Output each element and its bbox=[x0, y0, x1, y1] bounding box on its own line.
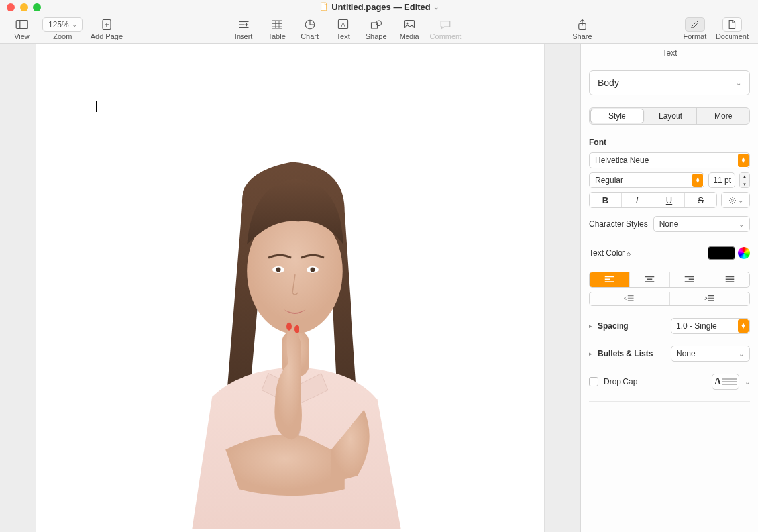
paintbrush-icon bbox=[690, 19, 700, 30]
font-size-value: 11 pt bbox=[709, 176, 735, 185]
table-button[interactable]: Table bbox=[260, 14, 294, 43]
window-controls bbox=[7, 3, 41, 11]
dropdown-stepper-icon: ▲▼ bbox=[738, 154, 749, 167]
svg-point-20 bbox=[406, 23, 408, 25]
underline-button[interactable]: U bbox=[653, 193, 685, 207]
spacing-dropdown[interactable]: 1.0 - Single ▲▼ bbox=[671, 318, 750, 334]
insert-label: Insert bbox=[235, 32, 253, 40]
dropcap-checkbox[interactable] bbox=[589, 377, 598, 386]
view-label: View bbox=[14, 32, 30, 40]
page[interactable] bbox=[36, 44, 544, 532]
disclosure-triangle-icon[interactable]: ▸ bbox=[589, 350, 592, 357]
bullets-dropdown[interactable]: None ⌄ bbox=[671, 346, 750, 362]
chart-label: Chart bbox=[301, 32, 319, 40]
dropdown-stepper-icon: ▲▼ bbox=[738, 319, 749, 333]
shape-label: Shape bbox=[366, 32, 387, 40]
share-button[interactable]: Share bbox=[566, 14, 599, 43]
title-chevron-icon: ⌄ bbox=[433, 3, 439, 11]
svg-point-28 bbox=[310, 268, 315, 272]
font-family-value: Helvetica Neue bbox=[595, 156, 649, 165]
format-button[interactable]: Format bbox=[678, 14, 712, 43]
dropcap-preview-icon: A bbox=[714, 376, 721, 387]
insert-button[interactable]: Insert bbox=[227, 14, 260, 43]
text-style-buttons: B I U S bbox=[589, 192, 717, 208]
text-color-swatch[interactable] bbox=[708, 246, 735, 260]
chart-button[interactable]: Chart bbox=[294, 14, 327, 43]
shape-button[interactable]: Shape bbox=[360, 14, 393, 43]
pages-doc-icon bbox=[319, 2, 329, 11]
italic-button[interactable]: I bbox=[622, 193, 653, 207]
font-size-stepper[interactable]: ▲ ▼ bbox=[739, 172, 750, 188]
text-label: Text bbox=[337, 32, 350, 40]
zoom-label: Zoom bbox=[53, 32, 72, 40]
align-center-button[interactable] bbox=[630, 272, 671, 287]
media-button[interactable]: Media bbox=[393, 14, 426, 43]
document-icon bbox=[728, 19, 736, 30]
inspector-tab-text[interactable]: Text bbox=[581, 44, 758, 62]
text-cursor bbox=[96, 101, 97, 112]
disclosure-triangle-icon[interactable]: ▸ bbox=[589, 323, 592, 329]
font-size-field[interactable]: 11 pt bbox=[708, 172, 735, 188]
chevron-down-icon: ⌄ bbox=[736, 80, 741, 87]
zoom-value: 125% bbox=[48, 20, 69, 29]
zoom-button[interactable]: 125%⌄ Zoom bbox=[38, 14, 87, 43]
divider bbox=[589, 401, 750, 402]
advanced-font-button[interactable]: ⌄ bbox=[721, 192, 750, 208]
character-styles-value: None bbox=[659, 219, 678, 229]
text-button[interactable]: A Text bbox=[327, 14, 360, 43]
svg-point-29 bbox=[286, 323, 292, 331]
doc-name: Untitled.pages — Edited bbox=[331, 2, 431, 12]
document-label: Document bbox=[716, 32, 749, 40]
paragraph-style-dropdown[interactable]: Body ⌄ bbox=[589, 70, 750, 95]
align-justify-button[interactable] bbox=[710, 272, 750, 287]
dropcap-style-dropdown[interactable]: A bbox=[712, 374, 739, 390]
chevron-down-icon: ⌄ bbox=[72, 21, 77, 28]
font-weight-value: Regular bbox=[595, 176, 623, 185]
comment-button[interactable]: Comment bbox=[426, 14, 466, 43]
svg-text:A: A bbox=[341, 21, 346, 28]
titlebar: Untitled.pages — Edited ⌄ bbox=[0, 0, 758, 13]
bullets-value: None bbox=[677, 349, 696, 358]
paragraph-style-value: Body bbox=[598, 78, 619, 88]
dropdown-stepper-icon: ▲▼ bbox=[692, 174, 703, 187]
stepper-up-icon[interactable]: ▲ bbox=[740, 173, 749, 180]
subtab-more[interactable]: More bbox=[697, 108, 749, 124]
font-family-dropdown[interactable]: Helvetica Neue ▲▼ bbox=[589, 152, 750, 168]
document-button[interactable]: Document bbox=[712, 14, 753, 43]
svg-rect-1 bbox=[16, 20, 28, 28]
subtab-layout[interactable]: Layout bbox=[645, 108, 698, 124]
stepper-down-icon[interactable]: ▼ bbox=[740, 180, 749, 187]
chevron-down-icon: ⌄ bbox=[738, 197, 743, 204]
color-wheel-button[interactable] bbox=[738, 247, 750, 259]
text-align-buttons bbox=[589, 272, 750, 288]
font-section-label: Font bbox=[589, 138, 750, 147]
bold-button[interactable]: B bbox=[590, 193, 622, 207]
document-title[interactable]: Untitled.pages — Edited ⌄ bbox=[319, 2, 439, 12]
indent-button[interactable] bbox=[670, 292, 749, 305]
media-label: Media bbox=[400, 32, 419, 40]
bullets-label: Bullets & Lists bbox=[598, 349, 665, 358]
dropcap-label: Drop Cap bbox=[604, 377, 706, 386]
align-right-button[interactable] bbox=[670, 272, 710, 287]
text-color-label[interactable]: Text Color ◇ bbox=[589, 248, 631, 258]
share-label: Share bbox=[572, 32, 592, 40]
close-window-button[interactable] bbox=[7, 3, 15, 11]
table-label: Table bbox=[268, 32, 285, 40]
align-left-button[interactable] bbox=[590, 272, 630, 287]
outdent-button[interactable] bbox=[590, 292, 670, 305]
add-page-label: Add Page bbox=[91, 32, 123, 40]
document-canvas[interactable] bbox=[0, 44, 580, 532]
minimize-window-button[interactable] bbox=[20, 3, 28, 11]
fullscreen-window-button[interactable] bbox=[33, 3, 41, 11]
subtab-style[interactable]: Style bbox=[590, 109, 644, 123]
character-styles-dropdown[interactable]: None ⌄ bbox=[653, 216, 750, 232]
spacing-label: Spacing bbox=[598, 321, 665, 331]
svg-rect-19 bbox=[404, 21, 414, 28]
chevron-down-icon: ⌄ bbox=[745, 378, 750, 386]
font-weight-dropdown[interactable]: Regular ▲▼ bbox=[589, 172, 704, 188]
inserted-image[interactable] bbox=[36, 44, 544, 532]
view-button[interactable]: View bbox=[5, 14, 38, 43]
add-page-button[interactable]: Add Page bbox=[87, 14, 127, 43]
strikethrough-button[interactable]: S bbox=[685, 193, 716, 207]
toolbar: View 125%⌄ Zoom Add Page Insert Table Ch… bbox=[0, 13, 758, 44]
